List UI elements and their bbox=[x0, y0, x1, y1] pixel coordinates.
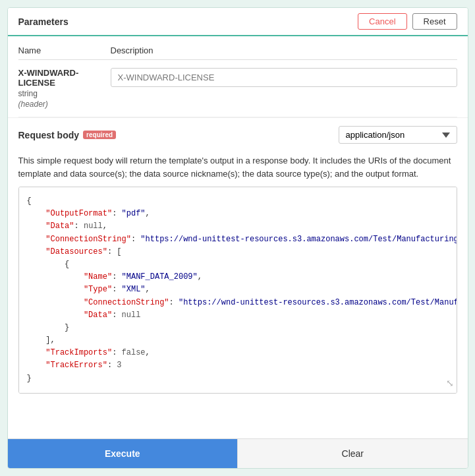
required-badge: required bbox=[83, 131, 116, 139]
param-location: (header) bbox=[18, 100, 111, 109]
dialog-title: Parameters bbox=[18, 16, 69, 32]
request-body-header: Request body required application/json bbox=[18, 126, 457, 144]
json-editor-content: { "OutputFormat": "pdf", "Data": null, "… bbox=[27, 195, 449, 385]
header-buttons: Cancel Reset bbox=[358, 13, 457, 35]
json-editor[interactable]: { "OutputFormat": "pdf", "Data": null, "… bbox=[18, 187, 457, 394]
table-row: X-WINDWARD-LICENSE string (header) bbox=[18, 60, 457, 117]
param-input-wrapper bbox=[111, 68, 457, 87]
params-table-header: Name Description bbox=[18, 42, 457, 60]
param-type: string bbox=[18, 89, 111, 98]
execute-button[interactable]: Execute bbox=[8, 439, 238, 468]
resize-handle-icon: ⤡ bbox=[446, 376, 454, 391]
param-name: X-WINDWARD-LICENSE bbox=[18, 68, 111, 88]
cancel-button[interactable]: Cancel bbox=[358, 13, 406, 30]
request-body-title: Request body bbox=[18, 130, 80, 140]
col-description-header: Description bbox=[111, 45, 457, 55]
dialog-body: Name Description X-WINDWARD-LICENSE stri… bbox=[8, 36, 468, 438]
dialog-footer: Execute Clear bbox=[8, 438, 468, 468]
clear-button[interactable]: Clear bbox=[237, 439, 468, 468]
request-body-section: Request body required application/json bbox=[8, 117, 468, 154]
params-table: Name Description X-WINDWARD-LICENSE stri… bbox=[8, 36, 468, 117]
reset-button[interactable]: Reset bbox=[412, 13, 457, 30]
param-input-license[interactable] bbox=[111, 68, 457, 87]
request-body-label: Request body required bbox=[18, 130, 117, 140]
parameters-dialog: Parameters Cancel Reset Name Description… bbox=[7, 7, 468, 469]
param-name-block: X-WINDWARD-LICENSE string (header) bbox=[18, 68, 111, 109]
col-name-header: Name bbox=[18, 45, 111, 55]
description-text: This simple request body will return the… bbox=[8, 154, 468, 187]
dialog-header: Parameters Cancel Reset bbox=[8, 8, 468, 36]
content-type-select[interactable]: application/json bbox=[339, 126, 457, 144]
